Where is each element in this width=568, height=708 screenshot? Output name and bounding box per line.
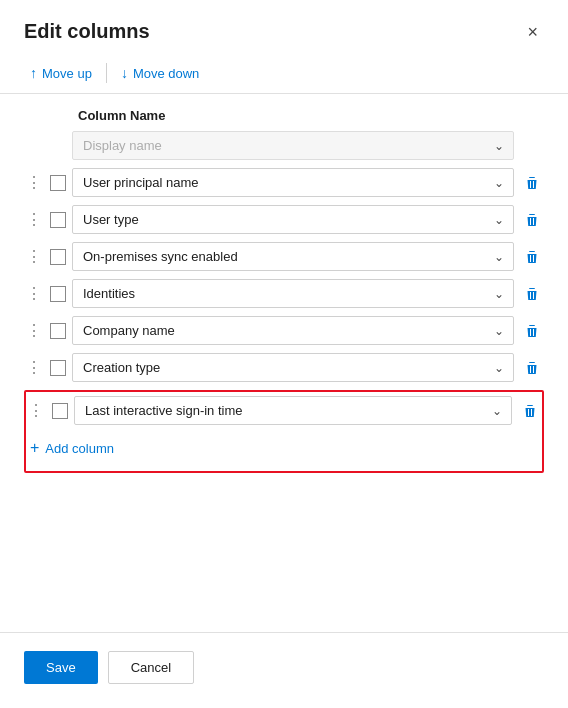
column-name-header: Column Name bbox=[24, 94, 544, 131]
col-select-1[interactable]: User principal name bbox=[72, 168, 514, 197]
col-select-wrapper-6: Creation type ⌄ bbox=[72, 353, 514, 382]
col-select-6[interactable]: Creation type bbox=[72, 353, 514, 382]
delete-icon-5 bbox=[524, 323, 540, 339]
table-row: ⋮ Creation type ⌄ bbox=[24, 353, 544, 382]
delete-button-2[interactable] bbox=[520, 208, 544, 232]
col-select-4[interactable]: Identities bbox=[72, 279, 514, 308]
table-row: ⋮ Identities ⌄ bbox=[24, 279, 544, 308]
col-select-wrapper-3: On-premises sync enabled ⌄ bbox=[72, 242, 514, 271]
col-select-wrapper-0: Display name ⌄ bbox=[72, 131, 514, 160]
row-checkbox-4[interactable] bbox=[50, 286, 66, 302]
delete-button-4[interactable] bbox=[520, 282, 544, 306]
drag-handle-4[interactable]: ⋮ bbox=[24, 284, 44, 303]
edit-columns-dialog: Edit columns × ↑ Move up ↓ Move down Col… bbox=[0, 0, 568, 708]
columns-content: Column Name ⋮ Display name ⌄ ⋮ User pri bbox=[0, 94, 568, 632]
col-select-0: Display name bbox=[72, 131, 514, 160]
delete-button-5[interactable] bbox=[520, 319, 544, 343]
drag-handle-2[interactable]: ⋮ bbox=[24, 210, 44, 229]
delete-button-6[interactable] bbox=[520, 356, 544, 380]
highlighted-column-row: ⋮ Last interactive sign-in time ⌄ bbox=[26, 396, 542, 425]
add-icon: + bbox=[30, 439, 39, 457]
add-column-label: Add column bbox=[45, 441, 114, 456]
table-row: ⋮ Company name ⌄ bbox=[24, 316, 544, 345]
toolbar-separator bbox=[106, 63, 107, 83]
dialog-title: Edit columns bbox=[24, 20, 150, 43]
col-select-wrapper-5: Company name ⌄ bbox=[72, 316, 514, 345]
row-checkbox-highlighted[interactable] bbox=[52, 403, 68, 419]
save-button[interactable]: Save bbox=[24, 651, 98, 684]
delete-button-3[interactable] bbox=[520, 245, 544, 269]
move-down-label: Move down bbox=[133, 66, 199, 81]
row-checkbox-1[interactable] bbox=[50, 175, 66, 191]
move-up-icon: ↑ bbox=[30, 65, 37, 81]
dialog-footer: Save Cancel bbox=[0, 632, 568, 708]
table-row: ⋮ User type ⌄ bbox=[24, 205, 544, 234]
delete-icon-4 bbox=[524, 286, 540, 302]
table-row: ⋮ Display name ⌄ bbox=[24, 131, 544, 160]
drag-handle-5[interactable]: ⋮ bbox=[24, 321, 44, 340]
close-button[interactable]: × bbox=[521, 21, 544, 43]
row-checkbox-2[interactable] bbox=[50, 212, 66, 228]
col-select-wrapper-2: User type ⌄ bbox=[72, 205, 514, 234]
delete-button-highlighted[interactable] bbox=[518, 399, 542, 423]
col-select-2[interactable]: User type bbox=[72, 205, 514, 234]
add-column-row[interactable]: + Add column bbox=[26, 433, 542, 463]
dialog-header: Edit columns × bbox=[0, 0, 568, 55]
highlighted-section: ⋮ Last interactive sign-in time ⌄ + Add … bbox=[24, 390, 544, 473]
table-row: ⋮ User principal name ⌄ bbox=[24, 168, 544, 197]
col-select-wrapper-highlighted: Last interactive sign-in time ⌄ bbox=[74, 396, 512, 425]
row-checkbox-5[interactable] bbox=[50, 323, 66, 339]
row-checkbox-6[interactable] bbox=[50, 360, 66, 376]
move-down-icon: ↓ bbox=[121, 65, 128, 81]
col-select-highlighted[interactable]: Last interactive sign-in time bbox=[74, 396, 512, 425]
table-row: ⋮ On-premises sync enabled ⌄ bbox=[24, 242, 544, 271]
move-up-label: Move up bbox=[42, 66, 92, 81]
col-select-3[interactable]: On-premises sync enabled bbox=[72, 242, 514, 271]
drag-handle-6[interactable]: ⋮ bbox=[24, 358, 44, 377]
delete-icon-3 bbox=[524, 249, 540, 265]
toolbar: ↑ Move up ↓ Move down bbox=[0, 55, 568, 94]
delete-icon-6 bbox=[524, 360, 540, 376]
rows-container: ⋮ Display name ⌄ ⋮ User principal name bbox=[24, 131, 544, 382]
col-select-wrapper-1: User principal name ⌄ bbox=[72, 168, 514, 197]
col-select-5[interactable]: Company name bbox=[72, 316, 514, 345]
drag-handle-3[interactable]: ⋮ bbox=[24, 247, 44, 266]
move-up-button[interactable]: ↑ Move up bbox=[24, 61, 98, 85]
delete-icon-highlighted bbox=[522, 403, 538, 419]
delete-icon-2 bbox=[524, 212, 540, 228]
col-select-wrapper-4: Identities ⌄ bbox=[72, 279, 514, 308]
move-down-button[interactable]: ↓ Move down bbox=[115, 61, 205, 85]
drag-handle-1[interactable]: ⋮ bbox=[24, 173, 44, 192]
delete-button-1[interactable] bbox=[520, 171, 544, 195]
row-checkbox-3[interactable] bbox=[50, 249, 66, 265]
delete-icon-1 bbox=[524, 175, 540, 191]
drag-handle-highlighted[interactable]: ⋮ bbox=[26, 401, 46, 420]
cancel-button[interactable]: Cancel bbox=[108, 651, 194, 684]
